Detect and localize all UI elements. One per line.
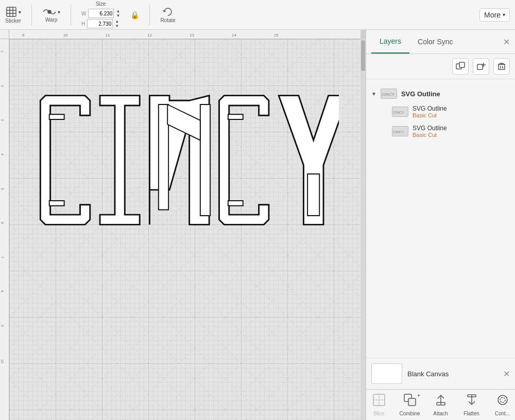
svg-point-5	[48, 10, 51, 13]
rotate-icon	[162, 6, 174, 18]
combine-icon	[403, 393, 417, 410]
height-input[interactable]	[87, 19, 113, 28]
height-row: H ▲ ▼	[81, 19, 120, 28]
layer-item-1-info: SVG Outline Basic Cut	[413, 105, 447, 118]
attach-icon	[434, 393, 448, 410]
slice-label: Slice	[373, 411, 385, 416]
flatten-label: Flatten	[464, 411, 479, 416]
layer-item-2[interactable]: CINCY SVG Outline Basic Cut	[366, 121, 515, 141]
warp-tool[interactable]: ▾ Warp	[42, 7, 60, 23]
ruler-h-tick-10: 10	[63, 33, 68, 38]
blank-canvas-thumbnail	[371, 363, 402, 384]
ruler-h-tick-13: 13	[190, 33, 194, 38]
ruler-v-label5: 5	[1, 188, 4, 190]
svg-text:CINCY: CINCY	[393, 111, 404, 114]
svg-point-28	[498, 395, 507, 405]
sticker-tool[interactable]: ▾ Sticker	[5, 6, 21, 24]
attach-label: Attach	[433, 411, 448, 416]
layer-group-name: SVG Outline	[401, 90, 510, 98]
ruler-h-tick-12: 12	[147, 33, 152, 38]
panel-close-icon[interactable]: ✕	[503, 37, 510, 47]
layer-item-2-thumbnail: CINCY	[392, 126, 408, 136]
warp-icon: ▾	[42, 7, 60, 17]
delete-layer-button[interactable]	[493, 58, 510, 75]
tab-color-sync[interactable]: Color Sync	[409, 30, 461, 53]
vertical-scrollbar[interactable]	[360, 39, 366, 420]
separator-3	[149, 5, 150, 25]
width-input[interactable]	[88, 9, 114, 18]
ruler-vertical: 1 2 3 4 5 6 7 8 9 10	[0, 39, 9, 420]
ruler-v-label9: 9	[1, 325, 4, 327]
height-stepper[interactable]: ▲ ▼	[115, 19, 119, 28]
flatten-tool[interactable]: Flatten	[459, 391, 485, 418]
flatten-icon	[465, 393, 478, 410]
combine-label: Combine	[399, 411, 420, 416]
top-toolbar: ▾ Sticker ▾ Warp Size W ▲ ▼ H	[0, 0, 515, 30]
panel-toolbar	[366, 54, 515, 79]
ruler-v-label2: 2	[1, 85, 4, 87]
svg-point-29	[500, 397, 505, 402]
size-label: Size	[81, 1, 120, 7]
contour-icon	[496, 393, 509, 410]
add-layer-button[interactable]	[473, 58, 489, 75]
layer-item-1-name: SVG Outline	[413, 105, 447, 112]
slice-icon	[372, 393, 386, 410]
layer-group-svg-outline[interactable]: ▼ CINCY SVG Outline CINCY	[366, 85, 515, 141]
blank-canvas-section: Blank Canvas ✕	[366, 358, 515, 389]
layers-content: ▼ CINCY SVG Outline CINCY	[366, 79, 515, 358]
scrollbar-thumb[interactable]	[361, 40, 365, 71]
ruler-h-tick-15: 15	[274, 33, 279, 38]
separator-2	[71, 5, 71, 25]
layer-item-1[interactable]: CINCY SVG Outline Basic Cut	[366, 102, 515, 121]
sticker-label: Sticker	[5, 18, 21, 24]
ruler-v-label3: 3	[1, 119, 4, 121]
ruler-v-label8: 8	[1, 290, 4, 292]
cincy-design	[30, 91, 339, 230]
grid-canvas[interactable]	[9, 39, 360, 420]
width-stepper[interactable]: ▲ ▼	[116, 9, 120, 18]
rotate-tool[interactable]: Rotate	[160, 6, 175, 23]
ruler-v-label6: 6	[1, 222, 4, 224]
main-layout: 9 10 11 12 13 14 15 1 2 3 4 5 6 7 8 9 10	[0, 30, 515, 420]
svg-text:CINCY: CINCY	[393, 130, 404, 134]
layer-group-header[interactable]: ▼ CINCY SVG Outline	[366, 85, 515, 102]
ruler-h-tick-11: 11	[106, 33, 110, 38]
width-row: W ▲ ▼	[81, 9, 120, 18]
rotate-label: Rotate	[160, 18, 175, 23]
group-button[interactable]	[452, 58, 469, 75]
warp-label: Warp	[45, 17, 58, 23]
ruler-v-label: 1	[1, 50, 4, 52]
layer-item-2-name: SVG Outline	[413, 125, 447, 132]
ruler-horizontal: 9 10 11 12 13 14 15	[9, 30, 360, 39]
cincy-svg	[30, 91, 339, 230]
svg-text:CINCY: CINCY	[382, 92, 395, 97]
ruler-v-label7: 7	[1, 256, 4, 258]
ruler-h-tick-14: 14	[232, 33, 236, 38]
more-label: More	[484, 11, 501, 19]
ruler-corner	[0, 30, 9, 39]
tab-layers[interactable]: Layers	[371, 30, 409, 54]
canvas-area[interactable]: 9 10 11 12 13 14 15 1 2 3 4 5 6 7 8 9 10	[0, 30, 366, 420]
blank-canvas-close-icon[interactable]: ✕	[503, 369, 510, 379]
combine-tool[interactable]: Combine ▾	[397, 391, 423, 418]
slice-tool[interactable]: Slice	[366, 391, 392, 418]
layer-item-2-info: SVG Outline Basic Cut	[413, 125, 447, 138]
attach-tool[interactable]: Attach	[428, 391, 454, 418]
svg-rect-0	[7, 7, 16, 16]
contour-label: Cont...	[495, 411, 510, 416]
svg-rect-25	[408, 398, 416, 406]
lock-icon[interactable]: 🔒	[130, 11, 139, 19]
bottom-toolbar: Slice Combine ▾	[366, 389, 515, 420]
right-panel: Layers Color Sync ✕	[366, 30, 515, 420]
more-button[interactable]: More ▾	[479, 8, 510, 22]
separator-1	[31, 5, 32, 25]
combine-arrow-icon: ▾	[418, 393, 420, 398]
panel-tabs: Layers Color Sync ✕	[366, 30, 515, 54]
ruler-h-tick-9: 9	[22, 33, 24, 38]
size-group: Size W ▲ ▼ H ▲ ▼	[81, 1, 120, 28]
more-arrow-icon: ▾	[503, 12, 505, 18]
ruler-v-label10: 10	[1, 359, 4, 363]
ruler-v-label4: 4	[1, 153, 4, 155]
layer-item-2-type: Basic Cut	[413, 132, 447, 138]
contour-tool[interactable]: Cont...	[490, 391, 516, 418]
